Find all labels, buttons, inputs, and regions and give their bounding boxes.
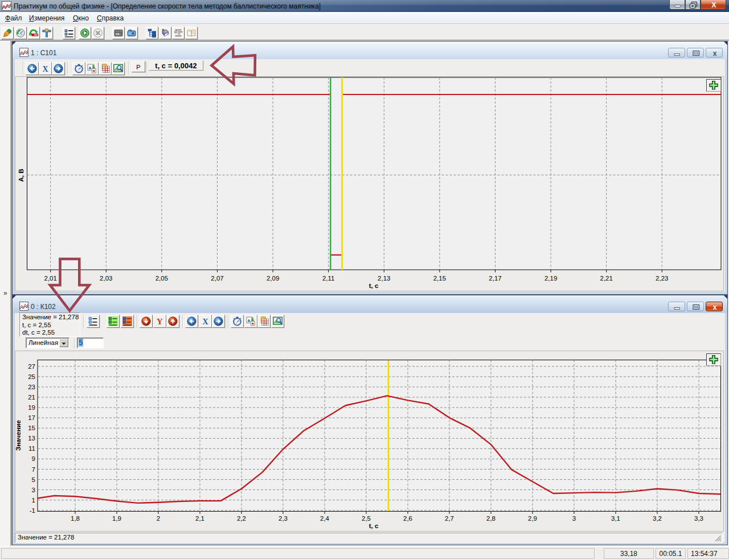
svg-text:23: 23	[28, 384, 35, 390]
svg-text:2,23: 2,23	[656, 275, 668, 282]
svg-text:2,8: 2,8	[486, 515, 495, 522]
svg-text:1: 1	[32, 497, 35, 504]
svg-text:Y: Y	[157, 317, 163, 326]
svg-text:А, В: А, В	[18, 169, 24, 182]
svg-text:5: 5	[32, 476, 35, 483]
svg-text:2,05: 2,05	[155, 275, 168, 282]
svg-text:t, c: t, c	[369, 282, 379, 289]
svg-text:21: 21	[28, 394, 35, 401]
svg-text:t, c: t, c	[369, 522, 379, 529]
svg-text:2,7: 2,7	[445, 515, 454, 522]
svg-text:X: X	[711, 1, 716, 9]
svg-text:2,2: 2,2	[237, 515, 246, 522]
svg-text:2,21: 2,21	[600, 275, 613, 282]
svg-text:25: 25	[28, 373, 35, 380]
svg-text:15: 15	[28, 425, 35, 431]
svg-text:2,6: 2,6	[403, 515, 412, 522]
svg-text:7: 7	[32, 466, 35, 473]
svg-text:3,3: 3,3	[694, 515, 703, 522]
svg-text:2: 2	[157, 515, 160, 522]
svg-text:2,19: 2,19	[544, 275, 557, 282]
svg-text:9: 9	[32, 455, 35, 462]
svg-text:Значение: Значение	[15, 420, 22, 451]
svg-text:3,2: 3,2	[653, 515, 662, 522]
svg-text:2,4: 2,4	[320, 515, 330, 522]
svg-text:19: 19	[28, 404, 35, 411]
svg-text:1,8: 1,8	[71, 515, 80, 522]
svg-text:X: X	[203, 318, 208, 326]
svg-text:2,15: 2,15	[433, 275, 446, 282]
svg-text:2,3: 2,3	[279, 515, 288, 522]
svg-text:27: 27	[28, 363, 35, 370]
svg-text:2,1: 2,1	[195, 515, 204, 522]
svg-text:x: x	[713, 303, 717, 311]
svg-text:2,11: 2,11	[322, 275, 335, 282]
svg-text:x: x	[713, 50, 717, 57]
svg-text:11: 11	[28, 445, 35, 452]
svg-text:CA:_: CA:_	[116, 32, 123, 36]
svg-text:17: 17	[28, 414, 35, 421]
svg-text:3,1: 3,1	[611, 515, 620, 522]
svg-text:2,01: 2,01	[44, 275, 57, 282]
svg-text:2,07: 2,07	[211, 275, 223, 282]
svg-text:X: X	[42, 65, 48, 73]
svg-text:2,9: 2,9	[528, 515, 537, 522]
svg-text:-1: -1	[30, 507, 35, 514]
svg-text:2,13: 2,13	[378, 275, 390, 282]
svg-text:2,5: 2,5	[362, 515, 371, 522]
svg-text:2,03: 2,03	[100, 275, 112, 282]
svg-text:3: 3	[32, 487, 35, 493]
svg-text:1,9: 1,9	[112, 515, 121, 522]
svg-text:2,17: 2,17	[489, 275, 501, 282]
svg-text:13: 13	[28, 435, 35, 442]
svg-text:2,09: 2,09	[267, 275, 279, 282]
svg-text:3: 3	[572, 515, 576, 522]
